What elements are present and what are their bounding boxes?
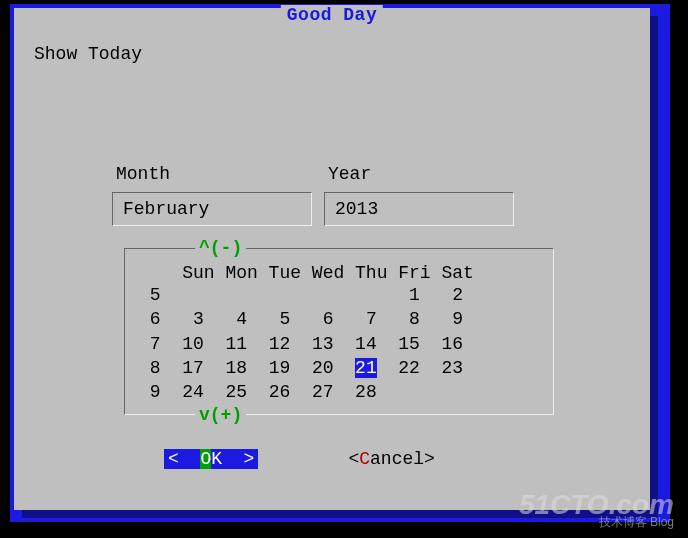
day-cell xyxy=(398,382,420,402)
day-cell xyxy=(312,285,334,305)
day-cell[interactable]: 10 xyxy=(182,334,204,354)
day-cell[interactable]: 27 xyxy=(312,382,334,402)
day-cell xyxy=(269,285,291,305)
calendar-body[interactable]: 5 1 2 6 3 4 5 6 7 8 9 7 10 11 12 13 14 1… xyxy=(139,283,535,404)
scroll-up-hint[interactable]: ^(-) xyxy=(195,238,246,258)
month-field[interactable]: February xyxy=(112,192,312,226)
day-cell[interactable]: 6 xyxy=(312,309,334,329)
day-cell-selected[interactable]: 21 xyxy=(355,358,377,378)
button-row: < OK > <Cancel> xyxy=(164,449,630,469)
day-cell[interactable]: 15 xyxy=(398,334,420,354)
day-cell[interactable]: 28 xyxy=(355,382,377,402)
day-cell[interactable]: 11 xyxy=(225,334,247,354)
day-cell[interactable]: 12 xyxy=(269,334,291,354)
calendar-row: 9 24 25 26 27 28 xyxy=(139,380,535,404)
show-today-label: Show Today xyxy=(34,44,630,64)
calendar-row: 5 1 2 xyxy=(139,283,535,307)
calendar-box: ^(-) Sun Mon Tue Wed Thu Fri Sat 5 1 2 6… xyxy=(124,248,554,415)
day-cell[interactable]: 9 xyxy=(442,309,464,329)
day-cell[interactable]: 26 xyxy=(269,382,291,402)
scroll-down-hint[interactable]: v(+) xyxy=(195,405,246,425)
day-cell[interactable]: 14 xyxy=(355,334,377,354)
day-cell[interactable]: 7 xyxy=(355,309,377,329)
day-cell xyxy=(355,285,377,305)
day-cell[interactable]: 3 xyxy=(182,309,204,329)
fields-row: Month February Year 2013 xyxy=(112,164,630,226)
month-label: Month xyxy=(116,164,312,184)
day-cell[interactable]: 13 xyxy=(312,334,334,354)
day-cell[interactable]: 2 xyxy=(442,285,464,305)
day-cell[interactable]: 16 xyxy=(442,334,464,354)
day-cell xyxy=(182,285,204,305)
day-cell[interactable]: 1 xyxy=(398,285,420,305)
day-cell[interactable]: 20 xyxy=(312,358,334,378)
calendar-row: 8 17 18 19 20 21 22 23 xyxy=(139,356,535,380)
day-cell[interactable]: 5 xyxy=(269,309,291,329)
day-cell[interactable]: 22 xyxy=(398,358,420,378)
day-cell[interactable]: 4 xyxy=(225,309,247,329)
day-cell[interactable]: 19 xyxy=(269,358,291,378)
calendar-row: 6 3 4 5 6 7 8 9 xyxy=(139,307,535,331)
day-cell xyxy=(442,382,464,402)
year-label: Year xyxy=(328,164,514,184)
day-cell[interactable]: 23 xyxy=(442,358,464,378)
dialog-title: Good Day xyxy=(281,5,383,25)
day-cell[interactable]: 17 xyxy=(182,358,204,378)
cancel-button[interactable]: <Cancel> xyxy=(348,449,434,469)
day-cell[interactable]: 25 xyxy=(225,382,247,402)
day-cell xyxy=(225,285,247,305)
calendar-dialog: Good Day Show Today Month February Year … xyxy=(14,8,650,510)
calendar-header: Sun Mon Tue Wed Thu Fri Sat xyxy=(139,263,535,283)
day-cell[interactable]: 18 xyxy=(225,358,247,378)
day-cell[interactable]: 8 xyxy=(398,309,420,329)
ok-button[interactable]: < OK > xyxy=(164,449,258,469)
calendar-row: 7 10 11 12 13 14 15 16 xyxy=(139,332,535,356)
day-cell[interactable]: 24 xyxy=(182,382,204,402)
year-field[interactable]: 2013 xyxy=(324,192,514,226)
